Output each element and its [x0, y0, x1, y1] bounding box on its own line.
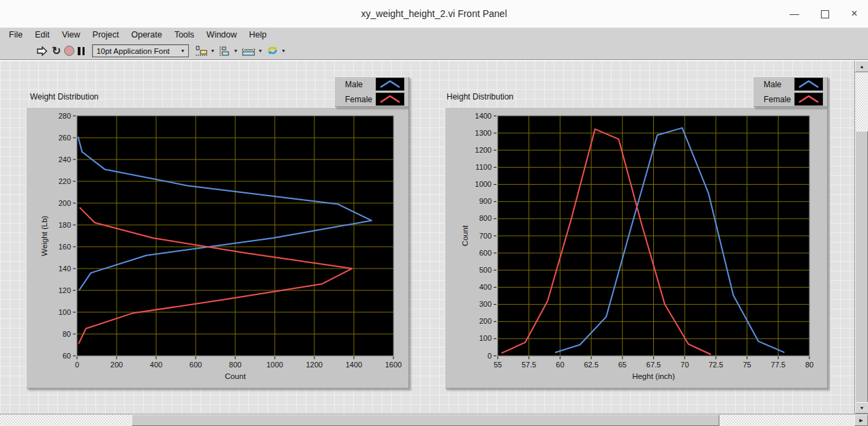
abort-icon — [64, 46, 74, 56]
menu-item-edit[interactable]: Edit — [29, 28, 56, 42]
svg-text:57.5: 57.5 — [522, 361, 536, 369]
svg-text:1200: 1200 — [306, 361, 323, 369]
female-line-sample-icon[interactable] — [376, 93, 404, 106]
menu-item-tools[interactable]: Tools — [168, 28, 200, 42]
scroll-down-icon: ▼ — [860, 406, 865, 410]
scroll-down-button[interactable]: ▼ — [855, 402, 868, 414]
svg-text:72.5: 72.5 — [708, 361, 723, 369]
chevron-down-icon: ▼ — [258, 48, 263, 53]
chevron-down-icon: ▼ — [180, 48, 185, 53]
distribute-objects-icon — [218, 46, 232, 57]
vertical-scrollbar-track[interactable] — [855, 72, 868, 402]
run-icon — [35, 46, 48, 57]
chevron-down-icon: ▼ — [233, 48, 238, 53]
svg-text:Count: Count — [225, 372, 246, 380]
graph-title-height: Height Distribution — [447, 92, 513, 102]
menu-item-help[interactable]: Help — [243, 28, 273, 42]
svg-text:200: 200 — [59, 199, 71, 207]
pause-icon — [78, 47, 85, 55]
svg-text:260: 260 — [59, 134, 71, 142]
female-line-sample-icon[interactable] — [794, 93, 823, 106]
height-distribution-graph: 5557.56062.56567.57072.57577.58001002003… — [445, 107, 828, 389]
svg-text:160: 160 — [59, 243, 71, 251]
svg-text:600: 600 — [479, 249, 492, 257]
svg-text:120: 120 — [59, 286, 71, 294]
reorder-icon — [266, 45, 280, 57]
legend-label: Female — [764, 95, 791, 104]
scroll-up-button[interactable]: ▲ — [855, 61, 868, 72]
svg-text:1300: 1300 — [475, 129, 492, 137]
maximize-icon — [821, 10, 829, 18]
legend-item-male[interactable]: Male — [753, 78, 828, 91]
svg-text:200: 200 — [479, 317, 492, 325]
minimize-button[interactable]: — — [785, 7, 803, 20]
resize-objects-button[interactable]: ▼ — [241, 43, 263, 59]
vertical-scrollbar-thumb[interactable] — [855, 131, 868, 414]
legend-item-female[interactable]: Female — [753, 93, 828, 106]
menu-item-window[interactable]: Window — [200, 28, 243, 42]
svg-text:80: 80 — [63, 330, 71, 338]
svg-text:67.5: 67.5 — [646, 361, 661, 369]
run-button[interactable] — [35, 43, 48, 59]
svg-text:60: 60 — [556, 361, 564, 369]
menu-item-view[interactable]: View — [56, 28, 87, 42]
font-selector[interactable]: 10pt Application Font ▼ — [92, 44, 189, 57]
vertical-scrollbar[interactable]: ▲ ▼ — [854, 61, 868, 414]
svg-text:55: 55 — [494, 361, 502, 369]
legend-label: Male — [345, 80, 363, 89]
legend-item-female[interactable]: Female — [334, 93, 409, 106]
abort-button[interactable] — [64, 43, 74, 59]
svg-text:240: 240 — [59, 155, 71, 164]
svg-text:80: 80 — [805, 361, 813, 369]
align-objects-button[interactable]: ▼ — [195, 43, 215, 59]
svg-text:500: 500 — [479, 266, 492, 274]
run-continuously-button[interactable]: ↻ — [52, 43, 61, 59]
svg-text:65: 65 — [618, 361, 627, 369]
pause-button[interactable] — [78, 43, 85, 59]
menu-item-project[interactable]: Project — [87, 28, 125, 42]
horizontal-scrollbar[interactable]: ▶ — [0, 414, 868, 426]
svg-text:100: 100 — [59, 308, 71, 316]
svg-text:62.5: 62.5 — [584, 361, 598, 369]
svg-text:1400: 1400 — [475, 112, 492, 120]
menu-item-file[interactable]: File — [3, 28, 29, 42]
svg-text:1200: 1200 — [475, 146, 492, 154]
male-line-sample-icon[interactable] — [376, 78, 404, 91]
maximize-button[interactable] — [816, 7, 834, 20]
distribute-objects-button[interactable]: ▼ — [218, 43, 238, 59]
horizontal-scrollbar-thumb[interactable] — [132, 414, 719, 426]
svg-text:700: 700 — [479, 232, 492, 240]
svg-text:70: 70 — [680, 361, 689, 369]
svg-text:1600: 1600 — [385, 361, 402, 369]
reorder-button[interactable]: ▼ — [266, 43, 286, 59]
svg-text:77.5: 77.5 — [771, 361, 785, 369]
scroll-right-button[interactable]: ▶ — [854, 414, 868, 426]
close-button[interactable]: × — [845, 7, 863, 20]
svg-text:1100: 1100 — [475, 163, 492, 171]
chevron-down-icon: ▼ — [281, 48, 286, 53]
svg-text:60: 60 — [63, 352, 71, 360]
svg-text:1000: 1000 — [267, 361, 283, 369]
svg-text:0: 0 — [75, 361, 79, 369]
graph-title-weight: Weight Distribution — [30, 92, 99, 102]
scroll-right-icon: ▶ — [859, 418, 863, 423]
svg-text:400: 400 — [150, 361, 162, 369]
svg-text:180: 180 — [59, 221, 71, 229]
horizontal-scrollbar-track[interactable] — [0, 414, 854, 426]
svg-text:400: 400 — [479, 283, 492, 291]
svg-text:Heght (inch): Heght (inch) — [632, 372, 675, 380]
weight-distribution-graph: 0200400600800100012001400160060801001201… — [26, 107, 409, 389]
menu-item-operate[interactable]: Operate — [125, 28, 168, 42]
weight-distribution-plot: 0200400600800100012001400160060801001201… — [26, 107, 409, 389]
height-graph-legend: Male Female — [753, 76, 828, 107]
svg-text:75: 75 — [743, 361, 751, 369]
svg-text:1000: 1000 — [475, 180, 492, 188]
chevron-down-icon: ▼ — [210, 48, 215, 53]
svg-text:800: 800 — [479, 214, 492, 222]
run-continuously-icon: ↻ — [52, 46, 61, 57]
legend-label: Female — [345, 95, 372, 104]
resize-objects-icon — [241, 46, 256, 57]
male-line-sample-icon[interactable] — [794, 78, 823, 91]
legend-item-male[interactable]: Male — [334, 78, 409, 91]
svg-text:1400: 1400 — [346, 361, 362, 369]
